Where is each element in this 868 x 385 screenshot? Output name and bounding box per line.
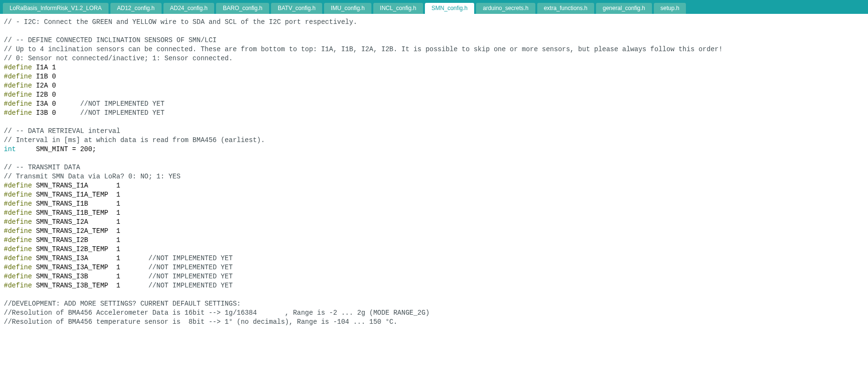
- code-token: #define: [4, 64, 32, 71]
- code-line: #define SMN_TRANS_I1B 1: [4, 199, 864, 209]
- code-token: #define: [4, 82, 32, 89]
- code-line: // -- DATA RETRIEVAL interval: [4, 127, 864, 136]
- code-token: #define: [4, 200, 32, 208]
- code-token: // -- DEFINE CONNECTED INCLINATION SENSO…: [4, 36, 217, 44]
- code-line: int SMN_MINT = 200;: [4, 145, 864, 154]
- code-line: // Interval in [ms] at which data is rea…: [4, 136, 864, 145]
- code-line: #define SMN_TRANS_I2A_TEMP 1: [4, 227, 864, 236]
- code-token: SMN_TRANS_I1B_TEMP 1: [32, 209, 120, 217]
- code-token: #define: [4, 73, 32, 80]
- code-line: #define SMN_TRANS_I3A 1 //NOT IMPLEMENTE…: [4, 254, 864, 263]
- code-token: SMN_TRANS_I2A 1: [32, 218, 120, 226]
- code-line: #define I3B 0 //NOT IMPLEMENTED YET: [4, 109, 864, 118]
- code-token: // -- DATA RETRIEVAL interval: [4, 127, 120, 135]
- code-token: #define: [4, 282, 32, 289]
- code-token: SMN_MINT = 200;: [16, 145, 96, 153]
- code-line: #define I2B 0: [4, 90, 864, 99]
- code-token: I3B 0: [32, 109, 80, 117]
- tab-batv-config-h[interactable]: BATV_config.h: [271, 3, 322, 14]
- code-line: [4, 154, 864, 163]
- code-line: #define SMN_TRANS_I1A_TEMP 1: [4, 190, 864, 199]
- code-line: #define SMN_TRANS_I3B_TEMP 1 //NOT IMPLE…: [4, 281, 864, 290]
- code-line: [4, 118, 864, 127]
- code-line: #define SMN_TRANS_I2A 1: [4, 218, 864, 227]
- code-token: // -- TRANSMIT DATA: [4, 164, 80, 171]
- code-token: #define: [4, 245, 32, 253]
- code-token: SMN_TRANS_I3A_TEMP 1: [32, 264, 149, 271]
- code-token: #define: [4, 273, 32, 280]
- code-line: [4, 290, 864, 299]
- code-line: // Transmit SMN Data via LoRa? 0: NO; 1:…: [4, 172, 864, 181]
- code-line: #define I2A 0: [4, 81, 864, 90]
- code-token: I3A 0: [32, 100, 80, 108]
- code-token: #define: [4, 254, 32, 262]
- tab-bar: LoRaBasis_InformRisk_V1.2_LORAAD12_confi…: [0, 0, 868, 14]
- code-editor[interactable]: // - I2C: Connect the GREEN and YELLOW w…: [0, 14, 868, 330]
- code-token: #define: [4, 264, 32, 271]
- code-line: #define SMN_TRANS_I1B_TEMP 1: [4, 209, 864, 218]
- code-line: //Resolution of BMA456 Accelerometer Dat…: [4, 308, 864, 318]
- code-line: #define I1A 1: [4, 63, 864, 72]
- code-line: #define SMN_TRANS_I3A_TEMP 1 //NOT IMPLE…: [4, 263, 864, 272]
- code-line: // -- TRANSMIT DATA: [4, 163, 864, 172]
- tab-setup-h[interactable]: setup.h: [654, 3, 686, 14]
- code-token: //DEVELOPMENT: ADD MORE SETTINGS? CURREN…: [4, 300, 241, 308]
- code-token: //NOT IMPLEMENTED YET: [148, 273, 232, 280]
- code-token: #define: [4, 91, 32, 99]
- code-line: // - I2C: Connect the GREEN and YELLOW w…: [4, 18, 864, 27]
- code-token: //NOT IMPLEMENTED YET: [80, 100, 164, 108]
- code-token: I2B 0: [32, 91, 56, 99]
- tab-general-config-h[interactable]: general_config.h: [596, 3, 652, 14]
- tab-ad24-config-h[interactable]: AD24_config.h: [163, 3, 215, 14]
- code-line: #define SMN_TRANS_I2B 1: [4, 236, 864, 245]
- tab-incl-config-h[interactable]: INCL_config.h: [373, 3, 423, 14]
- code-line: //Resolution of BMA456 temperature senso…: [4, 318, 864, 327]
- code-line: //DEVELOPMENT: ADD MORE SETTINGS? CURREN…: [4, 299, 864, 308]
- tab-imu-config-h[interactable]: IMU_config.h: [324, 3, 371, 14]
- code-line: // -- DEFINE CONNECTED INCLINATION SENSO…: [4, 36, 864, 45]
- code-token: // 0: Sensor not connected/inactive; 1: …: [4, 55, 233, 62]
- tab-arduino-secrets-h[interactable]: arduino_secrets.h: [476, 3, 535, 14]
- code-token: //NOT IMPLEMENTED YET: [80, 109, 164, 117]
- code-token: #define: [4, 227, 32, 235]
- code-token: // Transmit SMN Data via LoRa? 0: NO; 1:…: [4, 173, 181, 180]
- code-token: #define: [4, 218, 32, 226]
- tab-lorabasis-informrisk-v1-2-lora[interactable]: LoRaBasis_InformRisk_V1.2_LORA: [3, 3, 108, 14]
- code-token: #define: [4, 209, 32, 217]
- code-token: //Resolution of BMA456 Accelerometer Dat…: [4, 309, 430, 317]
- code-line: #define I3A 0 //NOT IMPLEMENTED YET: [4, 99, 864, 109]
- code-token: //Resolution of BMA456 temperature senso…: [4, 318, 397, 326]
- code-token: SMN_TRANS_I3B_TEMP 1: [32, 282, 149, 289]
- code-line: #define SMN_TRANS_I3B 1 //NOT IMPLEMENTE…: [4, 272, 864, 281]
- tab-ad12-config-h[interactable]: AD12_config.h: [110, 3, 162, 14]
- code-line: [4, 27, 864, 36]
- code-token: SMN_TRANS_I2B 1: [32, 236, 120, 244]
- code-token: SMN_TRANS_I1A 1: [32, 182, 120, 189]
- code-token: #define: [4, 182, 32, 189]
- code-token: //NOT IMPLEMENTED YET: [148, 254, 232, 262]
- code-line: #define I1B 0: [4, 72, 864, 81]
- code-token: I1B 0: [32, 73, 56, 80]
- code-line: #define SMN_TRANS_I1A 1: [4, 181, 864, 190]
- code-token: // Up to 4 inclination sensors can be co…: [4, 45, 723, 53]
- tab-extra-functions-h[interactable]: extra_functions.h: [537, 3, 594, 14]
- code-token: I1A 1: [32, 64, 56, 71]
- code-token: SMN_TRANS_I1B 1: [32, 200, 120, 208]
- code-token: #define: [4, 109, 32, 117]
- code-token: // Interval in [ms] at which data is rea…: [4, 136, 265, 144]
- code-token: #define: [4, 236, 32, 244]
- code-token: I2A 0: [32, 82, 56, 89]
- tab-baro-config-h[interactable]: BARO_config.h: [216, 3, 269, 14]
- code-token: //NOT IMPLEMENTED YET: [148, 264, 232, 271]
- code-token: SMN_TRANS_I3A 1: [32, 254, 149, 262]
- tab-smn-config-h[interactable]: SMN_config.h: [425, 3, 474, 14]
- code-token: int: [4, 145, 16, 153]
- code-line: // 0: Sensor not connected/inactive; 1: …: [4, 54, 864, 63]
- code-token: SMN_TRANS_I2B_TEMP 1: [32, 245, 120, 253]
- code-token: #define: [4, 191, 32, 198]
- code-token: // - I2C: Connect the GREEN and YELLOW w…: [4, 18, 357, 26]
- code-token: SMN_TRANS_I1A_TEMP 1: [32, 191, 120, 198]
- code-line: #define SMN_TRANS_I2B_TEMP 1: [4, 245, 864, 254]
- code-token: #define: [4, 100, 32, 108]
- code-line: // Up to 4 inclination sensors can be co…: [4, 45, 864, 54]
